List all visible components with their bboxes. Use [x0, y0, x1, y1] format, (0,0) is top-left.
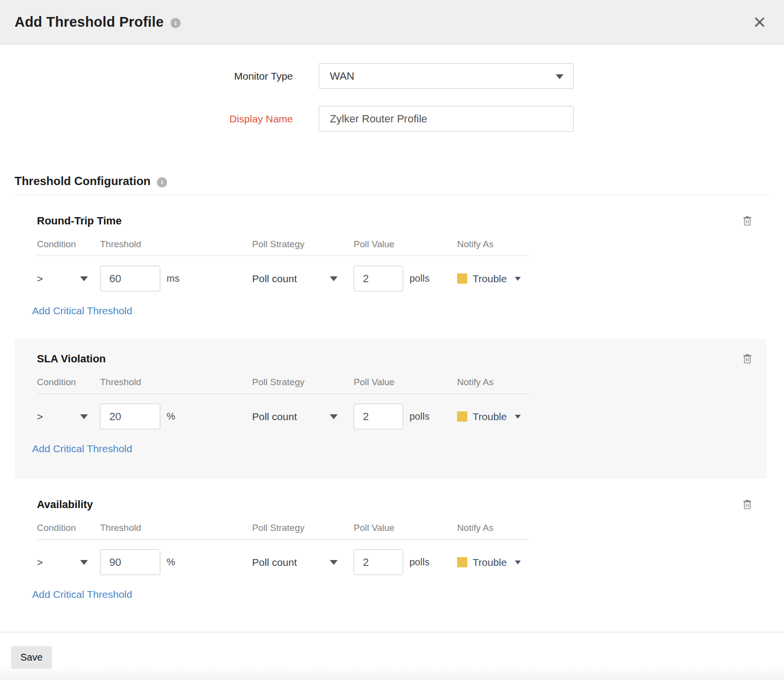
poll-strategy-select[interactable]: Poll count — [252, 557, 338, 568]
condition-value: > — [37, 411, 43, 423]
close-icon[interactable]: ✕ — [753, 14, 767, 31]
poll-value-input[interactable] — [354, 266, 403, 291]
poll-value-unit: polls — [409, 273, 429, 284]
threshold-input[interactable] — [100, 404, 160, 429]
condition-select[interactable]: > — [37, 557, 88, 568]
modal-footer: Save — [0, 632, 784, 680]
monitor-type-select[interactable]: WAN — [319, 63, 574, 89]
trouble-severity-swatch — [457, 411, 467, 422]
chevron-down-icon — [80, 414, 88, 419]
columns-header: Condition Threshold Poll Strategy Poll V… — [37, 377, 528, 394]
profile-form: Monitor Type WAN Display Name — [0, 45, 784, 132]
column-threshold: Threshold — [100, 377, 252, 388]
column-poll-value: Poll Value — [354, 523, 457, 533]
column-condition: Condition — [37, 377, 100, 388]
poll-strategy-select[interactable]: Poll count — [252, 273, 338, 285]
column-notify-as: Notify As — [457, 239, 528, 250]
notify-as-value: Trouble — [473, 273, 507, 285]
poll-value-unit: polls — [409, 557, 429, 568]
modal-header: Add Threshold Profile i ✕ — [0, 0, 784, 45]
poll-value-unit: polls — [409, 411, 429, 422]
poll-strategy-select[interactable]: Poll count — [252, 411, 338, 423]
notify-as-value: Trouble — [473, 557, 507, 568]
condition-select[interactable]: > — [37, 411, 88, 423]
column-threshold: Threshold — [100, 239, 252, 250]
threshold-row: > ms Poll count polls — [37, 266, 528, 291]
threshold-row: > % Poll count polls — [37, 549, 528, 575]
poll-strategy-value: Poll count — [252, 273, 297, 285]
metric-title: Round-Trip Time — [37, 215, 752, 227]
trash-icon[interactable] — [743, 499, 752, 510]
display-name-row: Display Name — [0, 106, 784, 132]
add-critical-threshold-link[interactable]: Add Critical Threshold — [32, 589, 132, 600]
trash-icon[interactable] — [743, 216, 752, 226]
section-divider — [15, 195, 769, 195]
chevron-down-icon — [556, 74, 563, 79]
poll-strategy-value: Poll count — [252, 411, 297, 423]
monitor-type-row: Monitor Type WAN — [0, 63, 784, 89]
trouble-severity-swatch — [457, 557, 467, 567]
chevron-down-icon — [515, 277, 521, 281]
metric-block-sla-violation: SLA Violation Condition Threshold Poll S… — [15, 339, 767, 479]
monitor-type-value: WAN — [330, 70, 355, 83]
chevron-down-icon — [80, 560, 88, 565]
chevron-down-icon — [330, 414, 338, 419]
column-poll-strategy: Poll Strategy — [252, 377, 354, 388]
notify-as-select[interactable]: Trouble — [457, 411, 528, 423]
chevron-down-icon — [515, 561, 521, 564]
page-title: Add Threshold Profile — [15, 14, 164, 30]
condition-select[interactable]: > — [37, 273, 88, 285]
column-notify-as: Notify As — [457, 523, 528, 533]
threshold-input[interactable] — [100, 549, 160, 575]
section-title: Threshold Configuration — [15, 174, 151, 188]
info-icon: i — [170, 18, 181, 28]
poll-value-input[interactable] — [354, 549, 403, 575]
condition-value: > — [37, 557, 43, 568]
threshold-row: > % Poll count polls — [37, 404, 528, 429]
condition-value: > — [37, 273, 43, 285]
column-threshold: Threshold — [100, 523, 252, 533]
add-critical-threshold-link[interactable]: Add Critical Threshold — [32, 443, 132, 455]
metric-title: SLA Violation — [37, 353, 752, 365]
add-critical-threshold-link[interactable]: Add Critical Threshold — [32, 305, 132, 317]
threshold-unit: % — [167, 411, 175, 422]
save-button[interactable]: Save — [11, 646, 52, 669]
trouble-severity-swatch — [457, 273, 467, 284]
column-notify-as: Notify As — [457, 377, 528, 388]
notify-as-value: Trouble — [473, 411, 507, 423]
column-poll-value: Poll Value — [354, 239, 457, 250]
chevron-down-icon — [330, 560, 338, 565]
info-icon: i — [157, 177, 167, 187]
threshold-configuration-section: Threshold Configuration i Round-Trip Tim… — [0, 174, 784, 611]
monitor-type-label: Monitor Type — [0, 70, 293, 82]
column-condition: Condition — [37, 523, 100, 533]
notify-as-select[interactable]: Trouble — [457, 557, 528, 568]
metric-block-availability: Availability Condition Threshold Poll St… — [15, 491, 767, 611]
columns-header: Condition Threshold Poll Strategy Poll V… — [37, 239, 528, 256]
trash-icon[interactable] — [743, 354, 752, 364]
threshold-unit: % — [167, 557, 175, 568]
display-name-label: Display Name — [0, 113, 293, 125]
poll-strategy-value: Poll count — [252, 557, 297, 568]
metric-block-round-trip-time: Round-Trip Time Condition Threshold Poll… — [15, 207, 767, 327]
column-poll-strategy: Poll Strategy — [252, 523, 354, 533]
poll-value-input[interactable] — [354, 404, 403, 429]
threshold-unit: ms — [167, 273, 180, 284]
chevron-down-icon — [515, 415, 521, 419]
column-poll-strategy: Poll Strategy — [252, 239, 354, 250]
display-name-input[interactable] — [330, 113, 562, 125]
metric-title: Availability — [37, 498, 752, 511]
notify-as-select[interactable]: Trouble — [457, 273, 528, 285]
chevron-down-icon — [330, 276, 338, 281]
column-condition: Condition — [37, 239, 100, 250]
display-name-field-wrap — [319, 106, 574, 132]
chevron-down-icon — [80, 276, 88, 281]
column-poll-value: Poll Value — [354, 377, 457, 388]
columns-header: Condition Threshold Poll Strategy Poll V… — [37, 523, 528, 540]
threshold-input[interactable] — [100, 266, 160, 291]
